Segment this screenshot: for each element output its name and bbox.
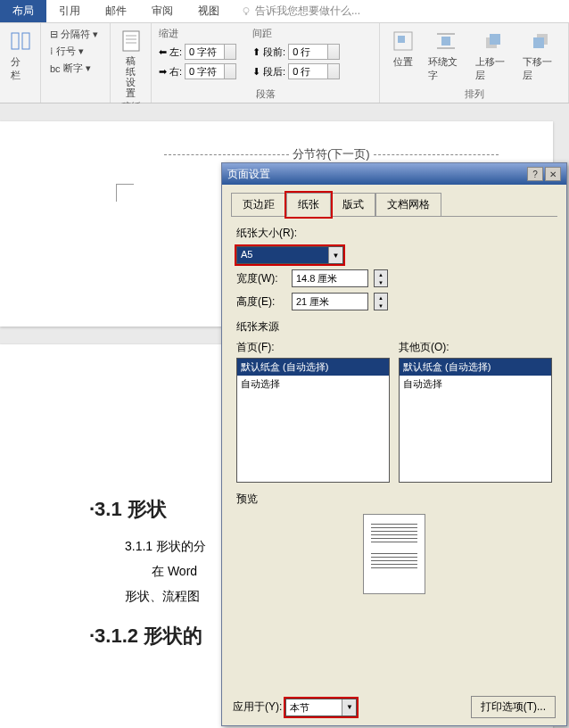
space-before-row: ⬆ 段前: 0 行 <box>252 44 340 60</box>
tab-mailings[interactable]: 邮件 <box>93 0 139 22</box>
help-button[interactable]: ? <box>527 167 543 181</box>
paper-size-value: A5 <box>237 247 328 263</box>
dialog-footer: 应用于(Y): 本节 ▼ 打印选项(T)... <box>222 689 566 725</box>
spacing-group-label: 间距 <box>252 27 340 40</box>
svg-rect-4 <box>123 31 139 51</box>
wrap-text-button[interactable]: 环绕文字 <box>425 27 466 87</box>
tab-references[interactable]: 引用 <box>46 0 93 22</box>
chevron-down-icon: ▾ <box>86 62 91 74</box>
preview-thumbnail <box>363 514 425 594</box>
tab-document-grid[interactable]: 文档网格 <box>375 193 441 217</box>
hyphenation-button[interactable]: bc断字▾ <box>48 61 103 76</box>
list-item[interactable]: 默认纸盒 (自动选择) <box>237 359 389 376</box>
tab-margins[interactable]: 页边距 <box>231 193 286 217</box>
crop-mark <box>116 184 134 202</box>
preview-label: 预览 <box>236 492 552 507</box>
svg-rect-1 <box>245 12 247 14</box>
svg-rect-2 <box>12 33 19 49</box>
first-page-label: 首页(F): <box>236 340 390 355</box>
indent-right-row: ➡ 右: 0 字符 <box>159 63 236 79</box>
width-input[interactable] <box>292 269 368 287</box>
space-after-icon: ⬇ <box>252 66 260 78</box>
chevron-down-icon: ▾ <box>93 29 98 40</box>
svg-point-0 <box>243 7 249 12</box>
breaks-button[interactable]: ⊟分隔符▾ <box>48 27 103 42</box>
indent-left-row: ⬅ 左: 0 字符 <box>159 44 236 60</box>
section-break-marker: 分节符(下一页) <box>161 146 502 162</box>
svg-rect-9 <box>398 36 405 43</box>
paper-size-combo[interactable]: A5 ▼ <box>236 246 343 264</box>
close-button[interactable]: ✕ <box>545 167 561 181</box>
position-button[interactable]: 位置 <box>387 27 419 87</box>
group-label-arrange: 排列 <box>387 87 561 101</box>
wrap-icon <box>433 29 458 54</box>
svg-rect-14 <box>490 34 500 45</box>
print-options-button[interactable]: 打印选项(T)... <box>471 696 556 718</box>
indent-left-input[interactable]: 0 字符 <box>185 44 236 60</box>
dialog-tabs: 页边距 纸张 版式 文档网格 <box>222 185 566 216</box>
tell-me-search[interactable]: 告诉我您想要做什么... <box>241 0 360 22</box>
break-icon: ⊟ <box>50 29 58 40</box>
paper-source-label: 纸张来源 <box>236 319 552 335</box>
indent-right-input[interactable]: 0 字符 <box>185 63 236 79</box>
paper-size-label: 纸张大小(R): <box>236 226 552 241</box>
space-before-icon: ⬆ <box>252 46 260 58</box>
svg-rect-16 <box>533 37 544 48</box>
ribbon-body: 分栏 ⊟分隔符▾ ⁞行号▾ bc断字▾ 稿纸 设置 稿纸 缩进 ⬅ 左: 0 字… <box>0 23 569 103</box>
lightbulb-icon <box>241 6 252 17</box>
height-spinner[interactable]: ▲▼ <box>374 293 388 310</box>
backward-icon <box>528 29 553 54</box>
group-label-paragraph: 段落 <box>159 87 372 101</box>
apply-to-label: 应用于(Y): <box>233 699 282 715</box>
tab-layout-dlg[interactable]: 版式 <box>331 193 375 217</box>
page-setup-dialog: 页面设置 ? ✕ 页边距 纸张 版式 文档网格 纸张大小(R): A5 ▼ 宽度… <box>221 162 567 726</box>
tell-me-placeholder: 告诉我您想要做什么... <box>255 4 360 19</box>
paper-settings-button[interactable]: 稿纸 设置 <box>118 27 144 100</box>
other-pages-label: 其他页(O): <box>399 340 552 355</box>
svg-rect-10 <box>441 37 450 46</box>
apply-to-value: 本节 <box>286 699 342 716</box>
apply-to-combo[interactable]: 本节 ▼ <box>285 699 357 716</box>
hyphen-icon: bc <box>50 63 61 74</box>
dialog-titlebar: 页面设置 ? ✕ <box>222 163 566 185</box>
columns-label: 分栏 <box>11 55 29 82</box>
paper-icon <box>119 29 144 54</box>
forward-icon <box>481 29 506 54</box>
bring-forward-button[interactable]: 上移一层 <box>472 27 514 87</box>
first-page-listbox[interactable]: 默认纸盒 (自动选择) 自动选择 <box>236 358 390 483</box>
svg-rect-3 <box>22 33 29 49</box>
tab-view[interactable]: 视图 <box>186 0 232 22</box>
chevron-down-icon: ▼ <box>342 699 356 716</box>
width-spinner[interactable]: ▲▼ <box>374 269 388 287</box>
space-after-input[interactable]: 0 行 <box>288 63 340 79</box>
paper-settings-label: 稿纸 设置 <box>121 55 140 98</box>
tab-review[interactable]: 审阅 <box>139 0 186 22</box>
space-after-row: ⬇ 段后: 0 行 <box>252 63 340 79</box>
width-label: 宽度(W): <box>236 271 286 286</box>
chevron-down-icon: ▾ <box>78 46 84 57</box>
list-item[interactable]: 自动选择 <box>237 376 389 393</box>
indent-left-icon: ⬅ <box>159 46 167 58</box>
indent-group-label: 缩进 <box>159 27 236 40</box>
send-backward-button[interactable]: 下移一层 <box>519 27 561 87</box>
height-label: 高度(E): <box>236 294 286 310</box>
indent-right-icon: ➡ <box>159 66 167 78</box>
chevron-down-icon: ▼ <box>328 247 342 263</box>
columns-button[interactable]: 分栏 <box>7 27 33 84</box>
dialog-title: 页面设置 <box>227 167 270 182</box>
tab-layout[interactable]: 布局 <box>0 0 46 22</box>
other-pages-listbox[interactable]: 默认纸盒 (自动选择) 自动选择 <box>399 358 552 483</box>
list-item[interactable]: 默认纸盒 (自动选择) <box>400 359 551 376</box>
columns-icon <box>8 29 33 54</box>
line-numbers-button[interactable]: ⁞行号▾ <box>48 44 103 59</box>
list-item[interactable]: 自动选择 <box>400 376 551 393</box>
position-icon <box>391 29 416 54</box>
tab-paper[interactable]: 纸张 <box>286 193 331 217</box>
linenum-icon: ⁞ <box>50 46 54 57</box>
space-before-input[interactable]: 0 行 <box>288 44 340 60</box>
ribbon-tab-strip: 布局 引用 邮件 审阅 视图 告诉我您想要做什么... <box>0 0 569 23</box>
height-input[interactable] <box>292 293 368 310</box>
